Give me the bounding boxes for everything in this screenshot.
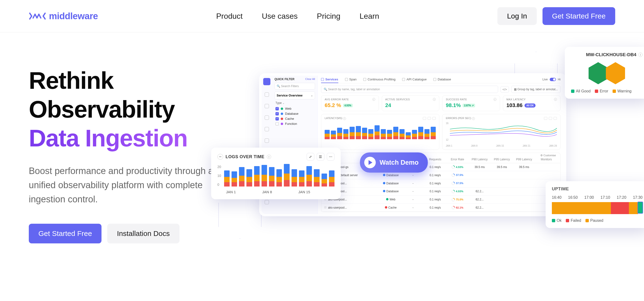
brand-name: middleware [49,11,98,21]
logs-title: LOGS OVER TIME [226,154,264,160]
metric-card: ACTIVE SERVICESi 24 [382,95,440,111]
info-icon: i [494,98,496,101]
filter-icon[interactable] [549,117,552,120]
bar [306,166,312,187]
bar [350,127,355,139]
status-card: MW-CLICKHOUSE-DB4i All GoodErrorWarning [565,47,644,99]
header-cta-button[interactable]: Get Started Free [542,7,615,25]
bar [337,128,342,139]
info-icon: i [638,52,642,57]
more-icon[interactable]: ⋯ [327,153,334,160]
expand-icon[interactable] [544,117,547,120]
logo-mark-icon [29,11,46,21]
bar [224,170,230,187]
metric-card: MAX LATENCYi 103.86All OK [503,95,561,111]
bar [406,132,411,139]
table-row[interactable]: aks-userpool... Database - 0.1 req/s 4.9… [321,188,560,196]
rail-icon [265,138,269,143]
type-filter-item[interactable]: Function [274,121,315,126]
clear-all-link[interactable]: Clear All [305,78,315,81]
hi-label: Hi [558,78,560,81]
hero-line1: Rethink [29,67,114,94]
more-icon[interactable] [554,117,557,120]
main-search-input[interactable]: 🔍 Search by name, tag, label or annotati… [321,86,498,93]
group-by-select[interactable]: ▦ Group by tag, label or annotat... [511,86,560,93]
nav-product[interactable]: Product [216,12,242,21]
filter-icon[interactable] [428,117,431,120]
bar [246,169,252,186]
nav-usecases[interactable]: Use cases [262,12,298,21]
time-label: 16:40 [552,196,562,200]
table-row[interactable]: aks-userpool-gs Web - 0.1 req/s 4.93% 39… [321,163,560,172]
legend-item: Ok [552,218,562,223]
hero-cta-secondary[interactable]: Installation Docs [107,224,179,244]
metrics-row: AVG ERROR RATEi 65.2 %4.93% ACTIVE SERVI… [321,95,560,111]
sidebar-search[interactable]: 🔍 Search Filters [274,83,315,90]
table-row[interactable]: aks-userpool... Web - 0.1 req/s 75.0% 62… [321,196,560,204]
bar [292,169,297,186]
tab-services[interactable]: Services [321,78,338,83]
type-filter-item[interactable]: Cache [274,116,315,121]
bar [254,166,260,187]
type-group-label: Type ⌄ [276,101,315,105]
bar [424,129,430,139]
info-icon: i [472,117,475,120]
nav-learn[interactable]: Learn [360,12,379,21]
filter-icon[interactable]: ☰ [317,153,324,160]
latency-chart-card: LATENCY(MS) i [321,114,439,150]
type-filter-item[interactable]: Database [274,111,315,116]
bar [400,129,404,139]
info-icon: i [267,154,271,159]
hero-cta-row: Get Started Free Installation Docs [29,224,235,244]
nav-pricing[interactable]: Pricing [317,12,340,21]
expand-icon[interactable] [423,117,426,120]
login-button[interactable]: Log In [498,7,536,25]
quick-filter-label: QUICK FILTER [274,78,294,81]
tab-api[interactable]: API Catalogue [402,78,426,81]
metric-card: SUCCESS RATEi 98.1%2.87% ↗ [442,95,500,111]
more-icon[interactable] [432,117,436,120]
rail-icon [265,116,269,120]
type-filter-item[interactable]: Web [274,106,315,111]
bar [299,170,304,187]
bar [412,130,417,139]
services-table: total ⚙ Customise Type Last Deploy Reque… [321,153,560,212]
expand-icon[interactable]: ⤢ [307,153,314,160]
legend-item: Paused [586,218,603,223]
errors-chart-card: ERRORS (PER SEC) i 1612 [442,114,560,150]
hero-subtitle: Boost performance and productivity throu… [29,164,235,206]
tab-database[interactable]: Database [433,78,451,81]
hero-line3: Data Ingestion [29,124,188,152]
hero-cta-primary[interactable]: Get Started Free [29,224,102,244]
service-overview-select[interactable]: Service Overview⌄ [274,92,315,99]
collapse-icon[interactable]: − [218,154,223,160]
metric-card: AVG ERROR RATEi 65.2 %4.93% [321,95,379,111]
info-icon: i [372,98,375,101]
table-row[interactable]: app-alert-default server Database - 0.1 … [321,171,560,179]
dashboard-main: Services Span Continuous Profiling API C… [318,76,564,214]
info-icon: i [554,98,557,101]
bar [284,164,289,187]
table-row[interactable]: aks-userpool... Cache - 0.1 req/s 92.1% … [321,204,560,212]
hero-copy: Rethink Observability Data Ingestion Boo… [29,66,235,244]
watch-demo-button[interactable]: Watch Demo [360,152,428,172]
bar [418,127,423,139]
tab-profiling[interactable]: Continuous Profiling [363,78,396,81]
live-toggle[interactable] [550,78,556,81]
bar [431,127,436,139]
rail-icon [265,127,269,131]
brand-logo[interactable]: middleware [29,11,98,21]
customise-link[interactable]: ⚙ Customise [539,154,558,157]
rail-icon [265,92,269,97]
tab-span[interactable]: Span [345,78,356,81]
bar [381,129,386,139]
bar [314,169,319,186]
hexagon-icon [588,62,608,84]
live-label: Live [542,78,548,81]
legend-item: Warning [612,89,632,93]
table-row[interactable]: aks-userpool... Database - 0.1 req/s 37.… [321,179,560,188]
status-title: MW-CLICKHOUSE-DB4 [586,52,636,57]
time-label: 17:30 [633,196,642,200]
main-nav: Product Use cases Pricing Learn [216,12,379,21]
code-icon[interactable]: </> [500,86,509,93]
